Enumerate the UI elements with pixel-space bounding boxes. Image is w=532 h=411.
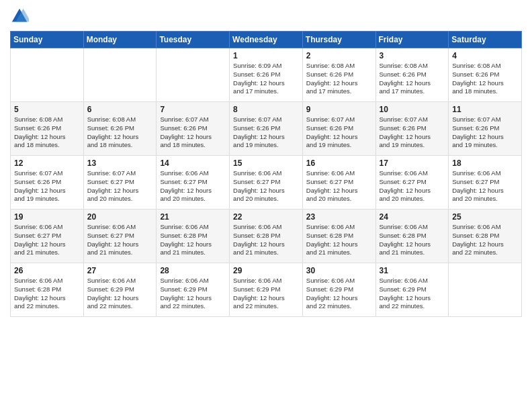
day-cell: 22Sunrise: 6:06 AM Sunset: 6:28 PM Dayli… [230,210,303,263]
day-number: 11 [452,105,518,114]
day-number: 28 [160,266,226,275]
week-row-4: 26Sunrise: 6:06 AM Sunset: 6:28 PM Dayli… [11,263,522,317]
day-number: 3 [380,51,445,60]
day-cell: 6Sunrise: 6:08 AM Sunset: 6:26 PM Daylig… [83,102,157,156]
day-info: Sunrise: 6:08 AM Sunset: 6:26 PM Dayligh… [306,62,372,96]
day-number: 9 [306,105,372,114]
day-info: Sunrise: 6:07 AM Sunset: 6:26 PM Dayligh… [380,116,445,150]
day-info: Sunrise: 6:06 AM Sunset: 6:28 PM Dayligh… [452,223,518,257]
day-cell: 24Sunrise: 6:06 AM Sunset: 6:28 PM Dayli… [375,210,449,263]
day-number: 16 [306,158,372,168]
day-cell: 29Sunrise: 6:06 AM Sunset: 6:29 PM Dayli… [230,263,303,317]
header [10,7,522,26]
day-number: 4 [452,51,518,60]
day-info: Sunrise: 6:06 AM Sunset: 6:27 PM Dayligh… [452,169,518,203]
day-number: 27 [87,266,153,275]
day-number: 24 [380,212,445,222]
day-info: Sunrise: 6:06 AM Sunset: 6:28 PM Dayligh… [380,223,445,257]
day-cell: 16Sunrise: 6:06 AM Sunset: 6:27 PM Dayli… [302,156,375,210]
day-info: Sunrise: 6:06 AM Sunset: 6:29 PM Dayligh… [306,277,372,311]
day-info: Sunrise: 6:07 AM Sunset: 6:26 PM Dayligh… [160,116,226,150]
day-cell: 20Sunrise: 6:06 AM Sunset: 6:27 PM Dayli… [83,210,157,263]
day-info: Sunrise: 6:06 AM Sunset: 6:28 PM Dayligh… [233,223,299,257]
calendar-table: SundayMondayTuesdayWednesdayThursdayFrid… [10,31,522,317]
day-info: Sunrise: 6:06 AM Sunset: 6:27 PM Dayligh… [380,169,445,203]
day-number: 1 [233,51,299,60]
day-cell: 27Sunrise: 6:06 AM Sunset: 6:29 PM Dayli… [83,263,157,317]
day-cell: 1Sunrise: 6:09 AM Sunset: 6:26 PM Daylig… [230,48,303,102]
day-number: 20 [87,212,153,222]
day-info: Sunrise: 6:07 AM Sunset: 6:27 PM Dayligh… [87,169,153,203]
day-number: 29 [233,266,299,275]
day-number: 12 [14,158,80,168]
day-info: Sunrise: 6:06 AM Sunset: 6:29 PM Dayligh… [87,277,153,311]
day-cell: 17Sunrise: 6:06 AM Sunset: 6:27 PM Dayli… [375,156,449,210]
day-number: 31 [380,266,445,275]
day-cell: 19Sunrise: 6:06 AM Sunset: 6:27 PM Dayli… [11,210,84,263]
day-cell: 26Sunrise: 6:06 AM Sunset: 6:28 PM Dayli… [11,263,84,317]
day-info: Sunrise: 6:06 AM Sunset: 6:27 PM Dayligh… [233,169,299,203]
day-info: Sunrise: 6:06 AM Sunset: 6:29 PM Dayligh… [380,277,445,311]
day-info: Sunrise: 6:08 AM Sunset: 6:26 PM Dayligh… [14,116,80,150]
day-number: 23 [306,212,372,222]
day-cell: 18Sunrise: 6:06 AM Sunset: 6:27 PM Dayli… [449,156,522,210]
page-container: SundayMondayTuesdayWednesdayThursdayFrid… [0,0,532,324]
day-number: 7 [160,105,226,114]
week-row-3: 19Sunrise: 6:06 AM Sunset: 6:27 PM Dayli… [11,210,522,263]
day-cell: 12Sunrise: 6:07 AM Sunset: 6:26 PM Dayli… [11,156,84,210]
week-row-0: 1Sunrise: 6:09 AM Sunset: 6:26 PM Daylig… [11,48,522,102]
logo [10,7,32,26]
day-number: 6 [87,105,153,114]
day-number: 14 [160,158,226,168]
day-cell: 23Sunrise: 6:06 AM Sunset: 6:28 PM Dayli… [302,210,375,263]
day-cell: 9Sunrise: 6:07 AM Sunset: 6:26 PM Daylig… [302,102,375,156]
day-cell: 21Sunrise: 6:06 AM Sunset: 6:28 PM Dayli… [157,210,230,263]
day-cell: 3Sunrise: 6:08 AM Sunset: 6:26 PM Daylig… [375,48,449,102]
day-number: 15 [233,158,299,168]
col-header-wednesday: Wednesday [230,32,303,48]
day-cell: 14Sunrise: 6:06 AM Sunset: 6:27 PM Dayli… [157,156,230,210]
calendar-header-row: SundayMondayTuesdayWednesdayThursdayFrid… [11,32,522,48]
day-info: Sunrise: 6:07 AM Sunset: 6:26 PM Dayligh… [452,116,518,150]
day-info: Sunrise: 6:08 AM Sunset: 6:26 PM Dayligh… [380,62,445,96]
day-number: 21 [160,212,226,222]
day-cell [83,48,157,102]
day-info: Sunrise: 6:08 AM Sunset: 6:26 PM Dayligh… [452,62,518,96]
day-cell: 10Sunrise: 6:07 AM Sunset: 6:26 PM Dayli… [375,102,449,156]
day-info: Sunrise: 6:06 AM Sunset: 6:29 PM Dayligh… [233,277,299,311]
day-info: Sunrise: 6:07 AM Sunset: 6:26 PM Dayligh… [306,116,372,150]
day-number: 10 [380,105,445,114]
day-info: Sunrise: 6:07 AM Sunset: 6:26 PM Dayligh… [14,169,80,203]
day-cell: 31Sunrise: 6:06 AM Sunset: 6:29 PM Dayli… [375,263,449,317]
day-cell: 4Sunrise: 6:08 AM Sunset: 6:26 PM Daylig… [449,48,522,102]
day-info: Sunrise: 6:06 AM Sunset: 6:27 PM Dayligh… [87,223,153,257]
day-info: Sunrise: 6:06 AM Sunset: 6:28 PM Dayligh… [160,223,226,257]
day-info: Sunrise: 6:08 AM Sunset: 6:26 PM Dayligh… [87,116,153,150]
day-number: 22 [233,212,299,222]
day-number: 25 [452,212,518,222]
day-info: Sunrise: 6:06 AM Sunset: 6:27 PM Dayligh… [306,169,372,203]
day-cell: 11Sunrise: 6:07 AM Sunset: 6:26 PM Dayli… [449,102,522,156]
day-info: Sunrise: 6:06 AM Sunset: 6:28 PM Dayligh… [14,277,80,311]
col-header-tuesday: Tuesday [157,32,230,48]
day-cell: 15Sunrise: 6:06 AM Sunset: 6:27 PM Dayli… [230,156,303,210]
day-cell: 5Sunrise: 6:08 AM Sunset: 6:26 PM Daylig… [11,102,84,156]
col-header-thursday: Thursday [302,32,375,48]
day-number: 26 [14,266,80,275]
day-number: 13 [87,158,153,168]
day-number: 19 [14,212,80,222]
col-header-friday: Friday [375,32,449,48]
logo-icon [10,7,29,26]
day-number: 18 [452,158,518,168]
day-number: 8 [233,105,299,114]
week-row-1: 5Sunrise: 6:08 AM Sunset: 6:26 PM Daylig… [11,102,522,156]
week-row-2: 12Sunrise: 6:07 AM Sunset: 6:26 PM Dayli… [11,156,522,210]
day-cell: 30Sunrise: 6:06 AM Sunset: 6:29 PM Dayli… [302,263,375,317]
col-header-saturday: Saturday [449,32,522,48]
day-number: 17 [380,158,445,168]
day-info: Sunrise: 6:09 AM Sunset: 6:26 PM Dayligh… [233,62,299,96]
day-cell: 13Sunrise: 6:07 AM Sunset: 6:27 PM Dayli… [83,156,157,210]
day-number: 30 [306,266,372,275]
day-number: 2 [306,51,372,60]
day-cell [11,48,84,102]
